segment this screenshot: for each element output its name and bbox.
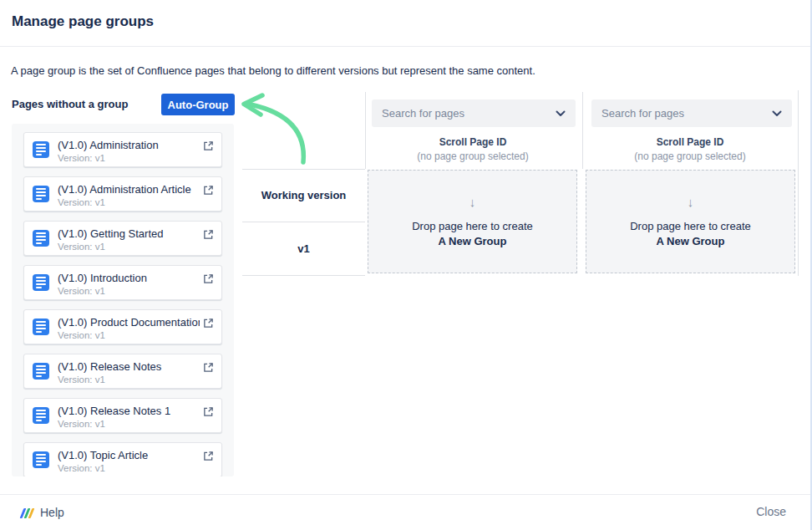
page-card-title: (V1.0) Release Notes 1 [58,405,200,417]
page-card[interactable]: (V1.0) Release Notes Version: v1 [23,354,222,389]
page-card-version: Version: v1 [58,375,105,385]
drop-zone-text-bold: A New Group [439,235,507,247]
page-card[interactable]: (V1.0) Administration Version: v1 [23,132,222,167]
page-card-version: Version: v1 [58,242,105,252]
page-card-title: (V1.0) Topic Article [58,449,200,461]
header-divider [0,46,810,47]
page-icon [33,407,49,424]
close-button[interactable]: Close [756,505,786,518]
page-card-version: Version: v1 [58,463,105,473]
manage-page-groups-dialog: Manage page groups A page group is the s… [0,0,812,530]
page-card-version: Version: v1 [58,419,105,429]
page-icon [33,319,49,335]
search-pages-select[interactable]: Search for pages [591,99,792,127]
drop-arrow-icon: ↓ [688,196,694,208]
page-card-title: (V1.0) Administration Article [58,183,200,196]
external-link-icon[interactable] [203,140,214,150]
drop-zone-text-bold: A New Group [657,235,725,247]
page-card[interactable]: (V1.0) Product Documentation Version: v1 [23,309,222,344]
grid-row-divider [242,275,365,276]
pages-without-group-heading: Pages without a group [12,98,128,110]
pages-without-group-list: (V1.0) Administration Version: v1 (V1.0)… [12,124,234,476]
page-card[interactable]: (V1.0) Administration Article Version: v… [23,176,222,211]
drop-zone-text: Drop page here to create [412,220,533,232]
drop-arrow-icon: ↓ [469,196,476,208]
page-card[interactable]: (V1.0) Introduction Version: v1 [23,265,222,300]
help-label: Help [40,506,64,519]
search-placeholder: Search for pages [382,107,464,120]
grid-right-border [798,90,799,276]
page-card[interactable]: (V1.0) Release Notes 1 Version: v1 [23,398,222,433]
group-column-header: Scroll Page ID (no page group selected) [582,136,798,162]
help-button[interactable]: Help [22,504,64,521]
drop-zone-new-group[interactable]: ↓ Drop page here to create A New Group [368,170,577,273]
page-card[interactable]: (V1.0) Getting Started Version: v1 [23,221,222,256]
row-label-working-version: Working version [242,169,365,222]
page-icon [33,274,49,291]
auto-group-button[interactable]: Auto-Group [161,94,235,115]
footer-divider [0,494,810,495]
chevron-down-icon [772,110,782,117]
page-icon [33,141,49,158]
page-card-version: Version: v1 [58,286,105,296]
page-card-version: Version: v1 [58,153,105,163]
app-logo-icon [22,507,33,518]
page-card-title: (V1.0) Release Notes [58,360,200,373]
page-card-title: (V1.0) Getting Started [58,227,200,240]
description-text: A page group is the set of Confluence pa… [11,64,796,77]
page-card-title: (V1.0) Introduction [58,272,200,284]
drop-zone-new-group[interactable]: ↓ Drop page here to create A New Group [586,170,795,273]
external-link-icon[interactable] [203,184,214,195]
external-link-icon[interactable] [203,405,214,416]
search-placeholder: Search for pages [601,107,684,120]
page-title: Manage page groups [12,13,154,30]
drop-zone-text: Drop page here to create [630,220,751,232]
page-card-title: (V1.0) Product Documentation [58,316,200,329]
external-link-icon[interactable] [203,450,214,461]
page-card-version: Version: v1 [58,330,105,340]
group-subtitle: (no page group selected) [582,150,798,162]
chevron-down-icon [556,110,566,117]
external-link-icon[interactable] [203,273,214,283]
page-card[interactable]: (V1.0) Topic Article Version: v1 [23,442,222,476]
page-card-version: Version: v1 [58,197,105,207]
search-pages-select[interactable]: Search for pages [372,99,576,127]
page-icon [33,186,49,202]
page-icon [33,363,49,380]
page-icon [33,230,49,247]
page-icon [33,451,49,468]
group-title: Scroll Page ID [582,136,798,148]
group-column-header: Scroll Page ID (no page group selected) [365,136,581,162]
external-link-icon[interactable] [203,317,214,328]
external-link-icon[interactable] [203,228,214,239]
arrow-annotation-icon [232,89,316,168]
group-subtitle: (no page group selected) [365,150,581,162]
group-title: Scroll Page ID [365,136,581,148]
page-card-title: (V1.0) Administration [58,139,200,151]
external-link-icon[interactable] [203,361,214,372]
row-label-v1: v1 [242,222,365,275]
